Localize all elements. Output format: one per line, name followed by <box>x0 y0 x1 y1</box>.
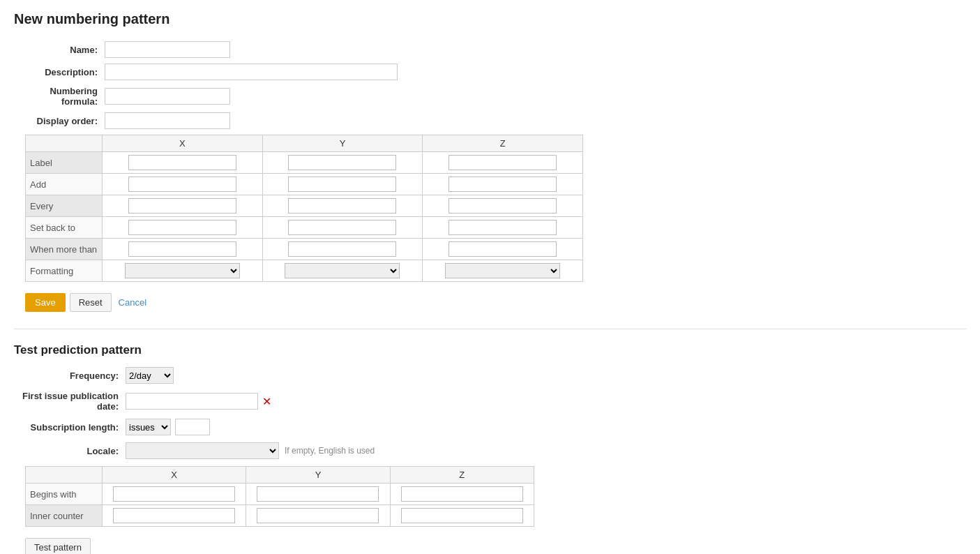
first-issue-row: First issue publication date: ✕ <box>14 391 966 412</box>
action-buttons: Save Reset Cancel <box>25 293 966 312</box>
cell-every-x <box>103 195 263 217</box>
description-row: Description: <box>14 63 966 80</box>
cancel-link[interactable]: Cancel <box>119 297 146 308</box>
cell-begins-y <box>246 484 390 505</box>
locale-select[interactable] <box>126 442 279 459</box>
input-setback-x[interactable] <box>128 220 236 235</box>
input-label-x[interactable] <box>128 155 236 170</box>
frequency-label: Frequency: <box>14 370 126 381</box>
reset-button[interactable]: Reset <box>70 293 112 312</box>
select-formatting-y[interactable] <box>285 263 400 278</box>
clear-date-icon[interactable]: ✕ <box>262 395 271 408</box>
input-setback-z[interactable] <box>448 220 557 235</box>
row-label-formatting: Formatting <box>26 260 103 282</box>
table-row: Every <box>26 195 583 217</box>
cell-add-y <box>262 174 423 195</box>
cell-setback-z <box>423 217 583 239</box>
subscription-length-label: Subscription length: <box>14 422 126 433</box>
first-issue-input[interactable] <box>126 393 258 410</box>
test-grid-header-z: Z <box>390 467 534 484</box>
section-divider <box>14 329 966 329</box>
subscription-length-input[interactable] <box>175 419 210 435</box>
test-pattern-button-container: Test pattern <box>14 532 966 554</box>
input-whenmore-x[interactable] <box>128 241 236 257</box>
row-label-add: Add <box>26 174 103 195</box>
display-order-input[interactable] <box>105 112 230 129</box>
input-every-y[interactable] <box>288 198 396 214</box>
name-input[interactable] <box>105 41 230 58</box>
cell-whenmore-x <box>103 239 263 260</box>
test-prediction-section: Test prediction pattern Frequency: 2/day… <box>14 343 966 554</box>
cell-every-y <box>262 195 423 217</box>
cell-begins-z <box>390 484 534 505</box>
name-label: Name: <box>14 45 105 55</box>
page-title: New numbering pattern <box>14 11 966 27</box>
input-add-y[interactable] <box>288 177 396 192</box>
row-label-set-back-to: Set back to <box>26 217 103 239</box>
table-row: Begins with <box>26 484 534 505</box>
row-label-every: Every <box>26 195 103 217</box>
cell-formatting-x <box>103 260 263 282</box>
input-begins-z[interactable] <box>401 486 523 502</box>
table-row: Label <box>26 152 583 174</box>
cell-begins-x <box>103 484 246 505</box>
input-label-z[interactable] <box>448 155 557 170</box>
input-every-z[interactable] <box>448 198 557 214</box>
cell-every-z <box>423 195 583 217</box>
frequency-select[interactable]: 2/day 1/day 3/week 1/week 1/month 1/year <box>126 367 174 384</box>
locale-label: Locale: <box>14 446 126 456</box>
input-inner-y[interactable] <box>257 508 379 523</box>
cell-add-z <box>423 174 583 195</box>
input-add-x[interactable] <box>128 177 236 192</box>
table-row: Formatting <box>26 260 583 282</box>
cell-formatting-y <box>262 260 423 282</box>
input-whenmore-z[interactable] <box>448 241 557 257</box>
table-row: When more than <box>26 239 583 260</box>
input-label-y[interactable] <box>288 155 396 170</box>
table-row: Inner counter <box>26 505 534 527</box>
name-row: Name: <box>14 41 966 58</box>
test-section-title: Test prediction pattern <box>14 343 966 357</box>
numbering-grid: X Y Z Label Add Every <box>25 135 583 282</box>
cell-label-z <box>423 152 583 174</box>
input-begins-y[interactable] <box>257 486 379 502</box>
numbering-formula-input[interactable] <box>105 88 230 105</box>
input-setback-y[interactable] <box>288 220 396 235</box>
row-label-label: Label <box>26 152 103 174</box>
cell-setback-y <box>262 217 423 239</box>
select-formatting-x[interactable] <box>125 263 240 278</box>
test-grid-header-empty <box>26 467 103 484</box>
subscription-length-row: Subscription length: issues months weeks… <box>14 419 966 435</box>
locale-hint: If empty, English is used <box>285 446 375 456</box>
save-button[interactable]: Save <box>25 293 66 312</box>
numbering-formula-label: Numbering formula: <box>14 86 105 107</box>
input-every-x[interactable] <box>128 198 236 214</box>
test-pattern-button[interactable]: Test pattern <box>25 538 91 554</box>
input-begins-x[interactable] <box>113 486 235 502</box>
cell-whenmore-z <box>423 239 583 260</box>
grid-header-y: Y <box>262 135 423 152</box>
cell-setback-x <box>103 217 263 239</box>
input-inner-z[interactable] <box>401 508 523 523</box>
cell-label-y <box>262 152 423 174</box>
input-inner-x[interactable] <box>113 508 235 523</box>
cell-whenmore-y <box>262 239 423 260</box>
page-container: New numbering pattern Name: Description:… <box>0 0 980 554</box>
table-row: Add <box>26 174 583 195</box>
numbering-formula-row: Numbering formula: <box>14 86 966 107</box>
test-prediction-grid: X Y Z Begins with Inner counter <box>25 466 534 527</box>
row-label-inner-counter: Inner counter <box>26 505 103 527</box>
input-add-z[interactable] <box>448 177 557 192</box>
table-row: Set back to <box>26 217 583 239</box>
description-label: Description: <box>14 67 105 77</box>
input-whenmore-y[interactable] <box>288 241 396 257</box>
cell-inner-x <box>103 505 246 527</box>
subscription-type-select[interactable]: issues months weeks days <box>126 419 171 435</box>
description-input[interactable] <box>105 63 398 80</box>
locale-row: Locale: If empty, English is used <box>14 442 966 459</box>
cell-add-x <box>103 174 263 195</box>
grid-header-x: X <box>103 135 263 152</box>
display-order-label: Display order: <box>14 116 105 126</box>
row-label-begins-with: Begins with <box>26 484 103 505</box>
select-formatting-z[interactable] <box>445 263 560 278</box>
